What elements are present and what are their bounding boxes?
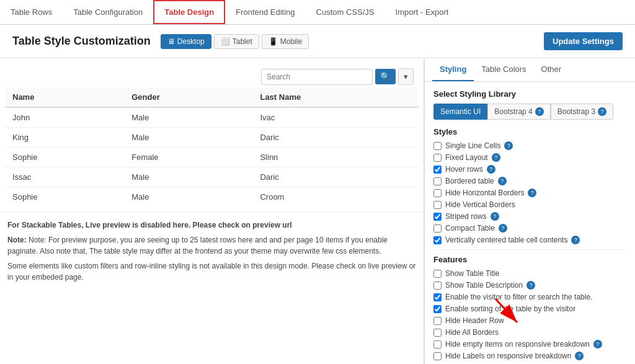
mobile-label: Mobile (280, 37, 302, 46)
tab-table-design[interactable]: Table Design (153, 0, 225, 24)
lib-semantic-ui[interactable]: Semantic UI (433, 104, 487, 120)
lib-bootstrap3[interactable]: Bootstrap 3 ? (551, 104, 613, 120)
table-row: SophieFemaleSlinn (5, 148, 419, 167)
style-checkbox-3[interactable] (433, 177, 442, 185)
style-checkbox-5[interactable] (433, 201, 442, 209)
feature-label: Hide empty items on responsive breakdown (445, 340, 590, 348)
feature-checkbox-0[interactable] (433, 270, 442, 278)
tab-frontend-editing[interactable]: Frontend Editing (225, 1, 305, 24)
tablet-btn[interactable]: ⬜ Tablet (214, 34, 259, 49)
tab-other[interactable]: Other (534, 58, 569, 81)
feature-checkbox-1[interactable] (433, 282, 442, 290)
search-icon: 🔍 (380, 72, 391, 81)
bootstrap3-info-icon[interactable]: ? (598, 107, 606, 116)
style-checkbox-6[interactable] (433, 213, 442, 221)
style-label: Compact Table (445, 224, 495, 233)
style-label: Striped rows (445, 212, 487, 221)
table-cell: Daric (252, 167, 419, 187)
table-cell: John (5, 107, 124, 128)
table-cell: Sophie (5, 148, 124, 167)
preview-table: Name Gender Last Name JohnMaleIvacKingMa… (5, 87, 419, 206)
search-bar: 🔍 ▾ (5, 63, 419, 87)
table-cell: Female (124, 148, 252, 167)
style-info-icon[interactable]: ? (487, 165, 495, 174)
search-button[interactable]: 🔍 (375, 69, 396, 84)
page-title: Table Style Customization (12, 35, 151, 48)
style-label: Hover rows (445, 165, 483, 174)
feature-item: Hide empty items on responsive breakdown… (433, 340, 626, 348)
feature-checkbox-4[interactable] (433, 317, 442, 325)
feature-label: Enable sorting of the table by the visit… (445, 304, 575, 313)
style-item: Hover rows ? (433, 165, 626, 174)
lib-bootstrap4[interactable]: Bootstrap 4 ? (487, 104, 550, 120)
feature-info-icon[interactable]: ? (575, 352, 584, 360)
feature-item: Enable sorting of the table by the visit… (433, 304, 626, 313)
feature-item: Hide Header Row (433, 316, 626, 325)
mobile-btn[interactable]: 📱 Mobile (262, 34, 309, 49)
bootstrap3-label: Bootstrap 3 (557, 107, 595, 116)
table-area: 🔍 ▾ Name Gender Last Name JohnMaleIvacKi… (0, 58, 424, 211)
main-content: 🔍 ▾ Name Gender Last Name JohnMaleIvacKi… (0, 58, 635, 364)
styles-title: Styles (433, 127, 626, 136)
tab-import-export[interactable]: Import - Export (385, 1, 460, 24)
style-label: Hide Vertical Borders (445, 200, 515, 209)
bootstrap4-label: Bootstrap 4 (494, 107, 532, 116)
style-item: Single Line Cells ? (433, 141, 626, 150)
feature-info-icon[interactable]: ? (526, 281, 535, 290)
mobile-icon: 📱 (269, 37, 278, 46)
styles-list: Single Line Cells ? Fixed Layout ? Hover… (433, 141, 626, 244)
style-checkbox-0[interactable] (433, 142, 442, 150)
col-name: Name (5, 87, 124, 107)
col-lastname: Last Name (252, 87, 419, 107)
feature-checkbox-2[interactable] (433, 293, 442, 301)
table-cell: Sophie (5, 187, 124, 207)
tab-custom-css-js[interactable]: Custom CSS/JS (306, 1, 385, 24)
feature-label: Enable the visitor to filter or search t… (445, 293, 592, 301)
style-checkbox-2[interactable] (433, 166, 442, 174)
style-item: Striped rows ? (433, 212, 626, 221)
desktop-btn[interactable]: 🖥 Desktop (161, 34, 211, 49)
style-info-icon[interactable]: ? (571, 236, 580, 244)
tab-table-configuration[interactable]: Table Configuration (63, 1, 153, 24)
chevron-down-icon: ▾ (404, 72, 408, 81)
library-section: Select Styling Library Semantic UI Boots… (425, 82, 635, 364)
table-cell: Male (124, 167, 252, 187)
style-label: Hide Horizontal Borders (445, 189, 524, 197)
table-cell: Male (124, 187, 252, 207)
feature-checkbox-7[interactable] (433, 352, 442, 360)
preview-notes: For Stackable Tables, Live preview is di… (0, 211, 424, 291)
style-checkbox-7[interactable] (433, 224, 442, 233)
update-settings-button[interactable]: Update Settings (544, 32, 623, 50)
style-checkbox-8[interactable] (433, 236, 442, 244)
bootstrap4-info-icon[interactable]: ? (535, 107, 544, 116)
note-2-text: Note: For preview purpose, you are seein… (7, 236, 388, 255)
preview-note-bold: For Stackable Tables, Live preview is di… (7, 221, 292, 229)
table-cell: Ivac (252, 107, 419, 128)
dropdown-button[interactable]: ▾ (398, 68, 414, 85)
tab-styling[interactable]: Styling (432, 58, 474, 81)
tab-table-colors[interactable]: Table Colors (474, 58, 533, 81)
feature-item: Hide All Borders (433, 328, 626, 337)
style-item: Bordered table ? (433, 177, 626, 185)
style-checkbox-1[interactable] (433, 154, 442, 162)
search-input[interactable] (261, 69, 373, 85)
feature-item: Enable the visitor to filter or search t… (433, 293, 626, 301)
feature-checkbox-6[interactable] (433, 340, 442, 348)
features-title: Features (433, 255, 626, 264)
style-info-icon[interactable]: ? (504, 141, 513, 150)
style-info-icon[interactable]: ? (498, 177, 507, 185)
feature-item: Hide Labels on responsive breakdown ? (433, 352, 626, 360)
style-info-icon[interactable]: ? (499, 224, 507, 233)
feature-checkbox-3[interactable] (433, 305, 442, 313)
feature-label: Hide Header Row (445, 316, 504, 325)
divider-1 (433, 249, 626, 250)
style-checkbox-4[interactable] (433, 189, 442, 197)
style-info-icon[interactable]: ? (528, 189, 536, 197)
style-info-icon[interactable]: ? (492, 153, 500, 162)
style-info-icon[interactable]: ? (491, 212, 499, 221)
feature-info-icon[interactable]: ? (593, 340, 602, 348)
feature-label: Show Table Title (445, 269, 499, 278)
table-cell: Croom (252, 187, 419, 207)
tab-table-rows[interactable]: Table Rows (0, 1, 63, 24)
feature-checkbox-5[interactable] (433, 329, 442, 337)
